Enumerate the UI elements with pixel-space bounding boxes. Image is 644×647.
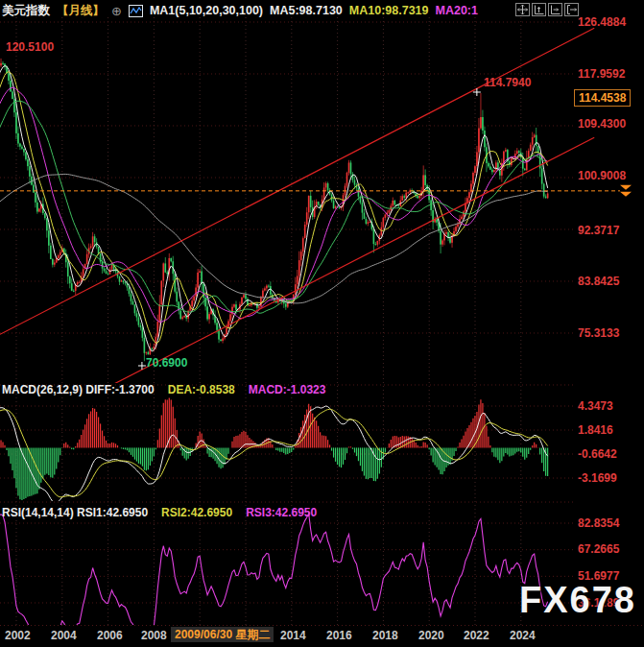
- macd-axis-label-0: 4.3473: [578, 399, 613, 413]
- period-selector[interactable]: 【月线】: [57, 3, 105, 19]
- ma5-value: MA5:98.7130: [270, 4, 343, 17]
- ma20-value: MA20:1: [436, 4, 478, 17]
- auto-scale-y-button[interactable]: [532, 3, 546, 16]
- year-label-2014: 2014: [280, 629, 306, 642]
- year-label-2016: 2016: [326, 629, 352, 642]
- chart-toolbar: [515, 3, 579, 16]
- chart-type-icon[interactable]: [129, 5, 143, 17]
- macd-header: MACD(26,12,9) DIFF:-1.3700 DEA:-0.8538 M…: [2, 383, 325, 396]
- year-label-2024: 2024: [510, 629, 536, 642]
- year-label-2020: 2020: [418, 629, 444, 642]
- rsi2-value: RSI2:42.6950: [161, 506, 232, 519]
- ma-settings-label: MA1(5,10,20,30,100): [150, 4, 263, 17]
- price-axis-label-2: 109.4300: [578, 117, 626, 131]
- year-label-2008: 2008: [141, 629, 167, 642]
- year-label-2018: 2018: [372, 629, 398, 642]
- low-mark: 70.6900: [146, 356, 187, 370]
- macd-axis-label-3: -3.1699: [578, 471, 617, 485]
- price-axis-label-5: 83.8425: [578, 275, 619, 288]
- price-axis-label-3: 100.9008: [578, 169, 626, 182]
- crosshair-date-readout: 2009/06/30 星期二: [171, 627, 274, 642]
- recent-peak-mark: 114.7940: [484, 76, 531, 89]
- scroll-right-button[interactable]: [548, 3, 562, 16]
- rsi1-value: RSI(14,14,14) RSI1:42.6950: [2, 506, 148, 519]
- circle-plus-icon[interactable]: ⊕: [111, 4, 122, 18]
- macd-dea-value: DEA:-0.8538: [168, 383, 235, 396]
- macd-axis-label-2: -0.6642: [578, 447, 617, 461]
- year-label-2022: 2022: [464, 629, 489, 642]
- macd-value: MACD:-1.0323: [249, 383, 326, 396]
- watermark: FX678: [519, 580, 636, 621]
- year-label-2004: 2004: [51, 629, 77, 642]
- price-axis-label-1: 117.9592: [578, 67, 625, 81]
- rsi-axis-label-1: 67.2665: [578, 542, 619, 556]
- alltime-high-mark: 120.5100: [6, 40, 54, 54]
- crosshair-price-readout: 114.4538: [574, 89, 631, 107]
- chart-app: 美元指数 【月线】 ⊕ MA1(5,10,20,30,100) MA5:98.7…: [0, 0, 644, 647]
- pan-tool-button[interactable]: [515, 3, 530, 16]
- year-label-2006: 2006: [97, 629, 123, 642]
- year-label-2002: 2002: [5, 629, 31, 642]
- price-axis-label-4: 92.3717: [578, 224, 619, 237]
- macd-title-diff: MACD(26,12,9) DIFF:-1.3700: [2, 383, 155, 396]
- symbol-title: 美元指数: [2, 3, 50, 19]
- ma10-value: MA10:98.7319: [349, 4, 429, 17]
- go-to-latest-button[interactable]: [564, 3, 579, 16]
- macd-axis-label-1: 1.8416: [578, 423, 613, 437]
- price-axis-label-6: 75.3133: [578, 326, 619, 340]
- rsi-axis-label-0: 82.8354: [578, 516, 619, 530]
- chart-canvas[interactable]: [0, 0, 644, 647]
- rsi3-value: RSI3:42.6950: [246, 506, 317, 519]
- rsi-header: RSI(14,14,14) RSI1:42.6950 RSI2:42.6950 …: [2, 506, 317, 519]
